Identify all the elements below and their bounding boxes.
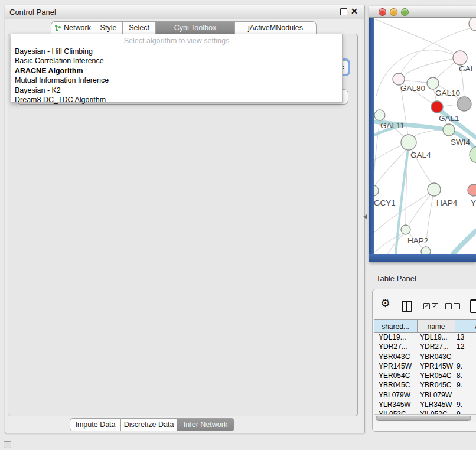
bottom-tabs: Impute Data Discretize Data Infer Networ… xyxy=(70,418,234,431)
network-node[interactable] xyxy=(470,146,476,163)
gear-icon[interactable]: ⚙ xyxy=(380,298,390,309)
minimized-panel-icon[interactable] xyxy=(4,441,11,448)
table-row[interactable]: YDR27...YDR27...12 xyxy=(374,342,476,351)
float-window-icon[interactable] xyxy=(340,8,347,15)
table-cell[interactable]: 13 xyxy=(455,332,476,342)
table-cell[interactable]: YIL052C xyxy=(418,409,455,414)
table-cell[interactable]: YDR27... xyxy=(418,342,455,351)
network-node-gal[interactable] xyxy=(453,51,467,65)
unchecked-checkboxes-icon[interactable] xyxy=(445,303,460,309)
table-cell[interactable]: 9. xyxy=(455,400,476,409)
table-body: YDL19...YDL19...13YDR27...YDR27...12YBR0… xyxy=(374,332,476,414)
network-node-y[interactable] xyxy=(468,184,476,196)
table-cell[interactable]: YBR045C xyxy=(374,380,418,390)
table-cell[interactable]: YER054C xyxy=(374,371,418,380)
network-node-gal4[interactable] xyxy=(401,135,416,150)
table-cell[interactable]: YPR145W xyxy=(418,361,455,371)
algorithm-option[interactable]: ARACNE Algorithm xyxy=(15,66,338,76)
column-header-shared[interactable]: shared... xyxy=(374,320,418,332)
table-row[interactable]: YBR043CYBR043C xyxy=(374,352,476,361)
tab-infer-network[interactable]: Infer Network xyxy=(177,418,234,431)
tab-network[interactable]: Network xyxy=(51,21,94,34)
network-edge[interactable] xyxy=(374,120,380,185)
tab-discretize-data[interactable]: Discretize Data xyxy=(121,418,177,431)
algorithm-option[interactable]: Basic Correlation Inference xyxy=(15,56,338,66)
algorithm-option[interactable]: Bayesian - K2 xyxy=(15,86,338,95)
table-row[interactable]: YIL052CYIL052C9. xyxy=(374,409,476,414)
tab-cyni-toolbox[interactable]: Cyni Toolbox xyxy=(156,21,235,34)
tab-jactivemnodules[interactable]: jActiveMNodules xyxy=(235,21,317,34)
close-traffic-light[interactable] xyxy=(379,8,386,16)
column-header-name[interactable]: name xyxy=(418,320,455,332)
table-row[interactable]: YPR145WYPR145W9. xyxy=(374,361,476,371)
network-icon xyxy=(54,24,61,31)
table-cell[interactable]: YBL079W xyxy=(374,390,418,400)
network-node[interactable] xyxy=(457,97,471,111)
window-title: Control Panel xyxy=(9,8,56,17)
network-node-gal11[interactable] xyxy=(374,110,385,120)
network-node[interactable] xyxy=(469,18,476,31)
checked-checkboxes-icon[interactable]: ✓✓ xyxy=(423,303,438,309)
network-node-gal10[interactable] xyxy=(427,77,439,89)
network-edge[interactable] xyxy=(374,233,403,253)
table-cell[interactable]: YPR145W xyxy=(374,361,418,371)
network-edge[interactable] xyxy=(405,58,460,75)
tab-style[interactable]: Style xyxy=(94,21,123,34)
table-cell[interactable]: YIL052C xyxy=(374,409,418,414)
tab-impute-data[interactable]: Impute Data xyxy=(70,418,121,431)
network-node-hap4[interactable] xyxy=(428,183,441,196)
algorithm-option[interactable]: Mutual Information Inference xyxy=(15,76,338,85)
network-node-gal1[interactable] xyxy=(431,101,443,113)
splitter-collapse-icon[interactable] xyxy=(363,214,367,219)
minimize-traffic-light[interactable] xyxy=(390,8,397,16)
table-cell[interactable]: YDL19... xyxy=(418,332,455,342)
table-row[interactable]: YLR345WYLR345W9. xyxy=(374,400,476,409)
algorithm-option[interactable]: Dream8 DC_TDC Algorithm xyxy=(15,95,338,105)
close-icon[interactable]: ✕ xyxy=(351,6,358,16)
table-cell[interactable]: YBR043C xyxy=(418,352,455,361)
network-edge[interactable] xyxy=(374,149,406,187)
network-node-label: HAP4 xyxy=(436,198,458,207)
table-document-icon[interactable] xyxy=(470,299,476,313)
network-node-gcy1[interactable] xyxy=(374,185,379,196)
table-cell[interactable]: YBR045C xyxy=(418,380,455,390)
network-edge[interactable] xyxy=(374,19,456,54)
table-cell[interactable]: 9. xyxy=(455,361,476,371)
network-window-titlebar[interactable] xyxy=(369,6,476,18)
table-row[interactable]: YER054CYER054C8. xyxy=(374,371,476,380)
split-column-icon[interactable] xyxy=(402,301,412,312)
network-node[interactable] xyxy=(421,247,431,254)
table-cell[interactable]: 12 xyxy=(455,342,476,351)
table-cell[interactable]: YLR345W xyxy=(418,400,455,409)
network-edge[interactable] xyxy=(443,105,457,106)
table-cell[interactable]: 9. xyxy=(455,380,476,390)
network-canvas[interactable]: GALGAL80GAL10GAL1GAL11SWI4GAL4GCY1HAP4YH… xyxy=(374,18,476,254)
table-cell[interactable]: YLR345W xyxy=(374,400,418,409)
table-cell[interactable] xyxy=(455,352,476,361)
table-horizontal-scrollbar[interactable] xyxy=(374,414,476,422)
algorithm-option[interactable]: Bayesian - Hill Climbing xyxy=(15,47,338,56)
popup-placeholder: Select algorithm to view settings xyxy=(11,37,342,45)
control-panel-titlebar[interactable]: Control Panel ✕ xyxy=(5,5,364,19)
table-cell[interactable] xyxy=(455,390,476,400)
column-header-3[interactable]: A xyxy=(455,320,476,332)
table-row[interactable]: YBR045CYBR045C9. xyxy=(374,380,476,390)
table-row[interactable]: YDL19...YDL19...13 xyxy=(374,332,476,342)
table-cell[interactable]: YBR043C xyxy=(374,352,418,361)
table-cell[interactable]: 9. xyxy=(455,409,476,414)
table-cell[interactable]: 8. xyxy=(455,371,476,380)
tab-select[interactable]: Select xyxy=(123,21,156,34)
table-cell[interactable]: YDL19... xyxy=(374,332,418,342)
scrollbar-thumb[interactable] xyxy=(376,416,471,421)
network-node-hap2[interactable] xyxy=(401,225,410,234)
table-cell[interactable]: YBL079W xyxy=(418,390,455,400)
network-edge-highlighted[interactable] xyxy=(396,145,409,254)
network-node-gal80[interactable] xyxy=(393,73,405,85)
zoom-traffic-light[interactable] xyxy=(401,8,409,16)
network-edge-highlighted[interactable] xyxy=(453,231,476,254)
table-cell[interactable]: YER054C xyxy=(418,371,455,380)
network-node-swi4[interactable] xyxy=(443,124,455,136)
table-cell[interactable]: YDR27... xyxy=(374,342,418,351)
network-edge[interactable] xyxy=(405,80,428,83)
table-row[interactable]: YBL079WYBL079W xyxy=(374,390,476,400)
